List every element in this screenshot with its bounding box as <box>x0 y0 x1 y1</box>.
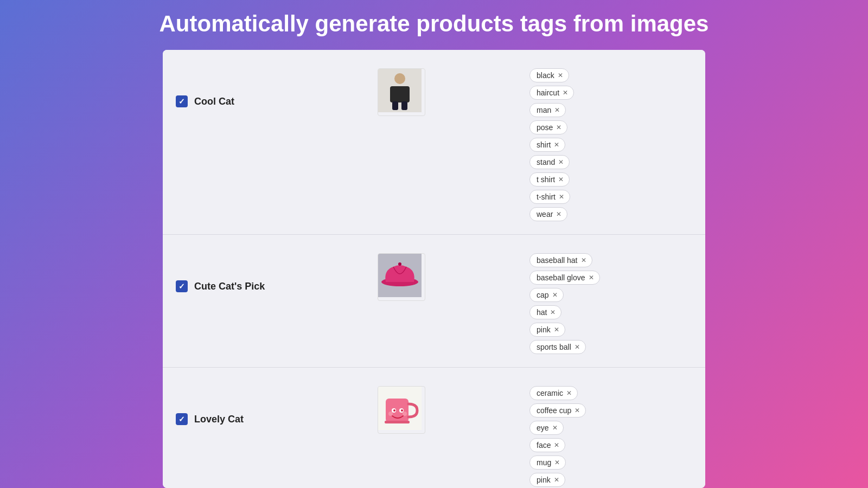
tags-area-cool-cat: black✕haircut✕man✕pose✕shirt✕stand✕t shi… <box>529 63 692 221</box>
tag-label-cool-cat-2: man <box>537 106 551 114</box>
tag-remove-lovely-cat-0[interactable]: ✕ <box>566 390 572 396</box>
tag-cute-cats-pick-1[interactable]: baseball glove✕ <box>529 271 600 285</box>
tag-remove-cool-cat-7[interactable]: ✕ <box>559 194 564 200</box>
product-image-lovely-cat <box>378 386 425 434</box>
tag-cool-cat-4[interactable]: shirt✕ <box>529 138 565 152</box>
tag-cool-cat-1[interactable]: haircut✕ <box>529 86 574 100</box>
tag-remove-cool-cat-6[interactable]: ✕ <box>558 176 564 183</box>
tag-cool-cat-8[interactable]: wear✕ <box>529 207 567 221</box>
tag-label-cute-cats-pick-3: hat <box>537 308 547 317</box>
tag-label-cute-cats-pick-4: pink <box>537 325 551 334</box>
tag-lovely-cat-1[interactable]: coffee cup✕ <box>529 403 586 418</box>
tag-label-cool-cat-1: haircut <box>537 88 559 97</box>
svg-point-16 <box>403 412 407 416</box>
checkbox-area-cute-cats-pick: Cute Cat's Pick <box>176 248 273 292</box>
svg-point-13 <box>393 409 395 412</box>
tag-remove-cute-cats-pick-0[interactable]: ✕ <box>581 257 586 264</box>
product-image-cute-cats-pick <box>378 253 425 301</box>
tag-cute-cats-pick-5[interactable]: sports ball✕ <box>529 340 586 354</box>
tag-cute-cats-pick-4[interactable]: pink✕ <box>529 323 565 337</box>
svg-rect-9 <box>386 399 409 422</box>
tag-label-lovely-cat-0: ceramic <box>537 389 563 397</box>
tag-remove-cool-cat-2[interactable]: ✕ <box>554 107 560 113</box>
tag-label-cool-cat-8: wear <box>537 210 553 219</box>
tag-remove-cool-cat-3[interactable]: ✕ <box>556 124 561 131</box>
product-name-cute-cats-pick: Cute Cat's Pick <box>194 281 265 292</box>
svg-rect-3 <box>392 101 398 110</box>
tag-label-cute-cats-pick-0: baseball hat <box>537 256 578 265</box>
tag-remove-cute-cats-pick-3[interactable]: ✕ <box>550 309 556 316</box>
product-image-cool-cat <box>378 68 425 116</box>
product-name-cool-cat: Cool Cat <box>194 96 234 107</box>
image-area-cool-cat <box>273 63 529 121</box>
product-row-cute-cats-pick: Cute Cat's Pick baseball hat✕baseball gl… <box>163 235 705 368</box>
tag-cute-cats-pick-3[interactable]: hat✕ <box>529 305 561 319</box>
page-title: Automatically generate products tags fro… <box>159 11 709 37</box>
tag-cool-cat-3[interactable]: pose✕ <box>529 120 567 134</box>
tag-label-cute-cats-pick-1: baseball glove <box>537 273 585 282</box>
tag-label-cool-cat-5: stand <box>537 158 555 166</box>
tag-label-cool-cat-7: t-shirt <box>537 192 556 201</box>
tag-remove-cool-cat-0[interactable]: ✕ <box>558 72 563 79</box>
image-area-lovely-cat <box>273 381 529 439</box>
tag-remove-cute-cats-pick-5[interactable]: ✕ <box>575 344 580 350</box>
tag-label-cool-cat-3: pose <box>537 123 553 132</box>
product-name-lovely-cat: Lovely Cat <box>194 414 244 425</box>
svg-rect-4 <box>401 101 407 110</box>
tag-remove-lovely-cat-1[interactable]: ✕ <box>575 407 580 414</box>
tag-lovely-cat-5[interactable]: pink✕ <box>529 473 565 487</box>
tag-label-cute-cats-pick-5: sports ball <box>537 343 571 351</box>
tag-cute-cats-pick-0[interactable]: baseball hat✕ <box>529 253 592 267</box>
products-container: Cool Cat black✕haircut✕man✕pose✕shirt✕st… <box>163 50 705 488</box>
image-area-cute-cats-pick <box>273 248 529 306</box>
tag-remove-cute-cats-pick-2[interactable]: ✕ <box>552 292 558 298</box>
tag-label-cool-cat-6: t shirt <box>537 175 555 184</box>
tag-lovely-cat-4[interactable]: mug✕ <box>529 455 566 470</box>
tag-remove-lovely-cat-5[interactable]: ✕ <box>554 477 559 483</box>
tag-label-lovely-cat-5: pink <box>537 476 551 484</box>
tag-remove-cute-cats-pick-4[interactable]: ✕ <box>554 326 559 333</box>
tag-remove-cool-cat-8[interactable]: ✕ <box>556 211 561 217</box>
tag-cool-cat-7[interactable]: t-shirt✕ <box>529 190 570 204</box>
checkbox-lovely-cat[interactable] <box>176 413 188 425</box>
tag-lovely-cat-3[interactable]: face✕ <box>529 438 565 452</box>
svg-rect-2 <box>390 86 410 102</box>
tag-lovely-cat-0[interactable]: ceramic✕ <box>529 386 578 400</box>
tag-label-cool-cat-0: black <box>537 71 554 80</box>
checkbox-cool-cat[interactable] <box>176 95 188 107</box>
svg-point-1 <box>394 73 405 84</box>
checkbox-cute-cats-pick[interactable] <box>176 280 188 292</box>
tag-cool-cat-0[interactable]: black✕ <box>529 68 569 82</box>
checkbox-area-lovely-cat: Lovely Cat <box>176 381 273 425</box>
tag-remove-lovely-cat-2[interactable]: ✕ <box>552 425 558 431</box>
tag-label-lovely-cat-2: eye <box>537 423 549 432</box>
tag-remove-lovely-cat-4[interactable]: ✕ <box>554 459 560 466</box>
tag-remove-cool-cat-1[interactable]: ✕ <box>563 89 568 96</box>
tag-remove-cool-cat-5[interactable]: ✕ <box>558 159 564 165</box>
tag-cool-cat-5[interactable]: stand✕ <box>529 155 570 169</box>
tag-cool-cat-6[interactable]: t shirt✕ <box>529 172 570 187</box>
tag-label-cute-cats-pick-2: cap <box>537 291 549 299</box>
tag-remove-lovely-cat-3[interactable]: ✕ <box>554 442 559 448</box>
svg-point-7 <box>398 262 401 266</box>
tag-label-lovely-cat-1: coffee cup <box>537 406 571 415</box>
product-row-cool-cat: Cool Cat black✕haircut✕man✕pose✕shirt✕st… <box>163 50 705 235</box>
tag-label-lovely-cat-4: mug <box>537 458 551 467</box>
tags-area-lovely-cat: ceramic✕coffee cup✕eye✕face✕mug✕pink✕pol… <box>529 381 692 488</box>
tag-remove-cool-cat-4[interactable]: ✕ <box>554 142 559 148</box>
tag-lovely-cat-2[interactable]: eye✕ <box>529 421 564 435</box>
tag-cool-cat-2[interactable]: man✕ <box>529 103 566 117</box>
product-row-lovely-cat: Lovely Cat ceramic✕coffee cup✕eye✕face✕m… <box>163 368 705 488</box>
tag-label-lovely-cat-3: face <box>537 441 551 450</box>
svg-point-15 <box>388 412 393 416</box>
svg-point-14 <box>401 409 403 412</box>
tag-label-cool-cat-4: shirt <box>537 140 551 149</box>
tags-area-cute-cats-pick: baseball hat✕baseball glove✕cap✕hat✕pink… <box>529 248 692 354</box>
tag-remove-cute-cats-pick-1[interactable]: ✕ <box>589 274 594 281</box>
tag-cute-cats-pick-2[interactable]: cap✕ <box>529 288 564 302</box>
svg-rect-10 <box>385 421 410 423</box>
checkbox-area-cool-cat: Cool Cat <box>176 63 273 107</box>
